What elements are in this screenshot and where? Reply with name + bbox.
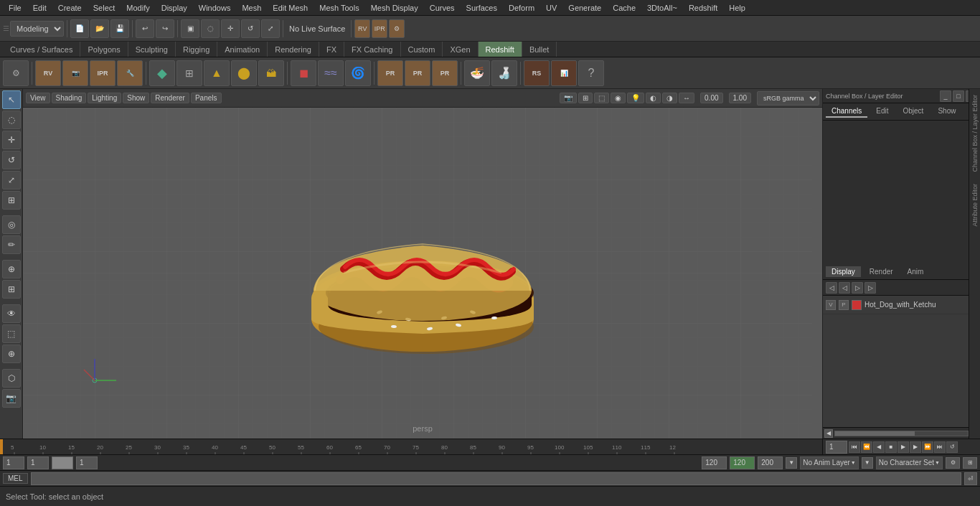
menu-mesh-tools[interactable]: Mesh Tools [315,2,363,14]
render-btn[interactable]: ⚙ [389,19,405,38]
shelf-icon-grid[interactable]: ⊞ [176,60,202,86]
char-set-extra-btn[interactable]: ⊞ [963,457,977,469]
shelf-icon-pr3[interactable]: PR [432,60,458,86]
channel-box-vert-label[interactable]: Channel Box / Layer Editor [970,89,980,178]
panel-scrollbar[interactable]: ◀ ▶ [823,427,980,439]
menu-deform[interactable]: Deform [504,2,539,14]
vp-show-btn[interactable]: Show [123,93,149,103]
move-btn[interactable]: ✛ [221,19,240,38]
anim-end-field[interactable]: 120 [702,456,727,469]
shelf-tab-xgen[interactable]: XGen [443,42,478,57]
layers-tool-next1[interactable]: ▷ [852,282,863,294]
vp-gamma-val[interactable]: 0.00 [700,93,722,103]
shelf-icon-help[interactable]: ? [578,60,604,86]
undo-btn[interactable]: ↩ [136,19,154,38]
layer-visibility[interactable]: V [826,300,836,310]
layers-tool-prev1[interactable]: ◁ [826,282,837,294]
pivot-tool[interactable]: ⊕ [2,345,21,363]
vp-icon-light[interactable]: 💡 [627,93,644,103]
layers-display-tab[interactable]: Display [826,266,861,277]
cmd-enter-btn[interactable]: ⏎ [964,472,977,485]
shelf-icon-rs1[interactable]: RS [524,60,550,86]
playback-field[interactable]: 1 [76,456,98,469]
menu-select[interactable]: Select [89,2,120,14]
menu-modify[interactable]: Modify [122,2,154,14]
menu-edit-mesh[interactable]: Edit Mesh [268,2,312,14]
command-input[interactable] [31,472,961,485]
no-char-set-dropdown[interactable]: No Character Set ▼ [876,456,943,469]
vp-icon-motion[interactable]: ↔ [679,93,694,103]
tab-edit[interactable]: Edit [870,106,894,118]
transport-prev-btn[interactable]: ◀ [873,441,885,453]
shelf-icon-rv[interactable]: RV [35,60,61,86]
range-max-field[interactable]: 200 [758,456,783,469]
panel-maximize-btn[interactable]: □ [953,90,964,102]
vp-icon-ao[interactable]: ◑ [662,93,677,103]
render-preview-btn[interactable]: RV [354,19,370,38]
select-tool[interactable]: ↖ [2,90,21,109]
transport-play-btn[interactable]: ▶ [897,441,909,453]
scroll-left-btn[interactable]: ◀ [824,429,833,438]
menu-3dtool[interactable]: 3DtoAll~ [643,2,682,14]
layers-anim-tab[interactable]: Anim [902,266,930,277]
vp-icon-smooth[interactable]: ◉ [611,93,626,103]
transport-end-btn[interactable]: ⏭ [934,441,946,453]
transport-stop-btn[interactable]: ■ [885,441,897,453]
transport-next-btn[interactable]: ▶ [910,441,921,453]
timeline-ruler[interactable]: 5 10 15 20 25 30 35 40 45 50 5 [0,439,822,454]
scale-tool[interactable]: ⤢ [2,171,21,189]
menu-help[interactable]: Help [725,2,750,14]
frame-current-field[interactable]: 1 [27,456,49,469]
vp-exposure-val[interactable]: 1.00 [729,93,751,103]
panel-minimize-btn[interactable]: _ [940,90,951,102]
new-scene-btn[interactable]: 📄 [70,19,89,38]
select-btn[interactable]: ▣ [181,19,199,38]
shelf-icon-bowl[interactable]: 🍜 [464,60,490,86]
mode-dropdown[interactable]: Modeling [10,21,64,37]
scale-btn[interactable]: ⤢ [261,19,280,38]
layers-tool-next2[interactable]: ▷ [864,282,876,294]
menu-file[interactable]: File [4,2,26,14]
shelf-icon-settings[interactable]: ⚙ [3,60,29,86]
layers-render-tab[interactable]: Render [864,266,899,277]
isolate-tool[interactable]: ⬚ [2,324,21,343]
vp-shading-btn[interactable]: Shading [52,93,87,103]
menu-create[interactable]: Create [54,2,86,14]
shelf-tab-rendering[interactable]: Rendering [268,42,319,57]
shelf-tab-fxcaching[interactable]: FX Caching [344,42,400,57]
shelf-icon-cone[interactable]: ▲ [204,60,230,86]
viewport-canvas[interactable]: persp [23,108,822,439]
shelf-icon-render2[interactable]: 🔧 [117,60,143,86]
current-frame-field[interactable]: 1 [826,441,847,454]
lasso-tool[interactable]: ◌ [2,111,21,129]
shelf-tab-fx[interactable]: FX [319,42,344,57]
menu-windows[interactable]: Windows [194,2,235,14]
attribute-editor-vert-label[interactable]: Attribute Editor [970,178,980,233]
vp-renderer-btn[interactable]: Renderer [151,93,189,103]
menu-curves[interactable]: Curves [425,2,459,14]
layer-color-swatch[interactable] [852,300,862,310]
ipr-btn[interactable]: IPR [372,19,387,38]
menu-generate[interactable]: Generate [564,2,606,14]
vp-icon-shadow[interactable]: ◐ [646,93,661,103]
menu-edit[interactable]: Edit [29,2,51,14]
shelf-tab-sculpting[interactable]: Sculpting [128,42,176,57]
language-selector[interactable]: MEL [3,473,28,484]
shelf-icon-wavy[interactable]: ≈≈ [318,60,344,86]
shelf-icon-swirl[interactable]: 🌀 [345,60,371,86]
shelf-icon-cube-red[interactable]: ◼ [291,60,316,86]
menu-uv[interactable]: UV [542,2,561,14]
shelf-tab-animation[interactable]: Animation [217,42,268,57]
shelf-icon-terrain[interactable]: 🏔 [258,60,284,86]
move-tool[interactable]: ✛ [2,131,21,149]
transport-prev-key-btn[interactable]: ⏪ [861,441,872,453]
redo-btn[interactable]: ↪ [156,19,174,38]
shelf-tab-bullet[interactable]: Bullet [522,42,557,57]
paint-tool[interactable]: ✏ [2,235,21,254]
show-hide-tool[interactable]: 👁 [2,304,21,323]
shelf-icon-ipr[interactable]: IPR [90,60,116,86]
snap-tool[interactable]: ⊕ [2,260,21,278]
save-scene-btn[interactable]: 💾 [110,19,129,38]
layer-playback[interactable]: P [839,300,849,310]
shelf-tab-redshift[interactable]: Redshift [479,42,522,57]
